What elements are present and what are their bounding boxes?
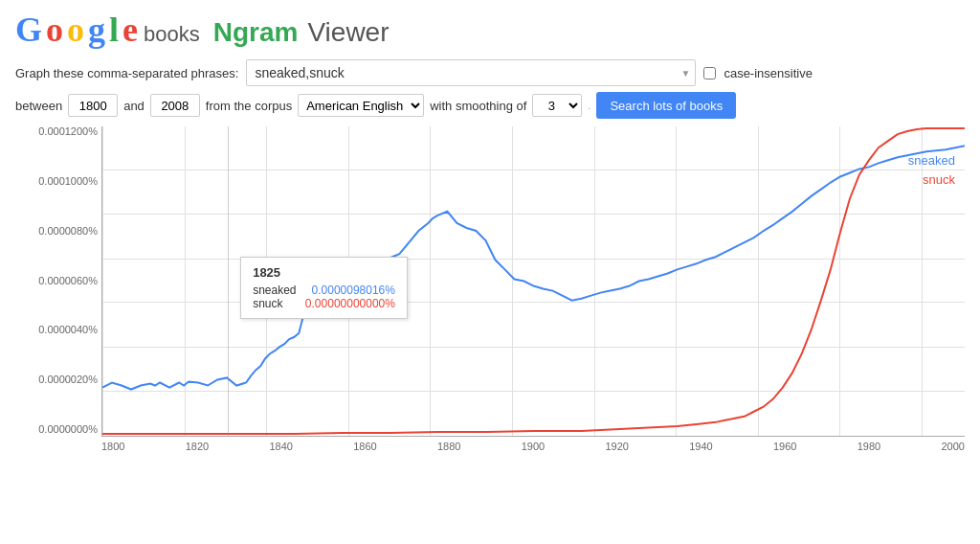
header: Google books Ngram Viewer xyxy=(0,0,980,56)
search-button[interactable]: Search lots of books xyxy=(596,92,736,119)
controls-area: Graph these comma-separated phrases: ▼ c… xyxy=(0,56,980,123)
logo-g2: g xyxy=(88,10,105,50)
x-label-1880: 1880 xyxy=(437,441,460,452)
tooltip-val-sneaked: 0.0000098016% xyxy=(312,283,395,297)
smoothing-label: with smoothing of xyxy=(430,99,526,113)
y-label-3: 0.0000060% xyxy=(15,276,101,286)
between-label: between xyxy=(15,99,62,113)
year-start-input[interactable] xyxy=(68,94,118,117)
legend-snuck: snuck xyxy=(923,172,955,187)
tooltip: 1825 sneaked 0.0000098016% snuck 0.00000… xyxy=(240,257,408,319)
y-label-4: 0.0000080% xyxy=(15,226,101,237)
logo-e: e xyxy=(122,10,138,50)
year-end-input[interactable] xyxy=(150,94,200,117)
logo-o2: o xyxy=(67,10,84,50)
chart-area: 1825 sneaked 0.0000098016% snuck 0.00000… xyxy=(101,126,965,437)
logo-o1: o xyxy=(46,10,63,50)
graph-label: Graph these comma-separated phrases: xyxy=(15,66,238,80)
and-label: and xyxy=(123,99,145,113)
x-label-1860: 1860 xyxy=(353,441,376,452)
controls-row2: between and from the corpus American Eng… xyxy=(15,92,965,119)
tooltip-row-snuck: snuck 0.00000000000% xyxy=(253,297,395,310)
x-label-1900: 1900 xyxy=(522,441,545,452)
x-label-1980: 1980 xyxy=(858,441,880,452)
tooltip-word-snuck: snuck xyxy=(253,297,282,310)
y-axis: 0.0000000% 0.0000020% 0.0000040% 0.00000… xyxy=(15,126,101,437)
logo-l: l xyxy=(109,10,119,50)
x-label-1940: 1940 xyxy=(689,441,712,452)
corpus-label: from the corpus xyxy=(206,99,292,113)
case-label: case-insensitive xyxy=(724,66,813,80)
tooltip-line xyxy=(228,126,229,436)
x-axis: 1800 1820 1840 1860 1880 1900 1920 1940 … xyxy=(101,437,965,471)
y-label-0: 0.0000000% xyxy=(15,424,101,435)
logo-g: G xyxy=(15,10,42,50)
logo-viewer: Viewer xyxy=(307,17,389,48)
x-label-2000: 2000 xyxy=(942,441,965,452)
x-label-1920: 1920 xyxy=(606,441,629,452)
smoothing-select[interactable]: 3 xyxy=(532,94,582,117)
phrase-input[interactable] xyxy=(246,59,696,86)
y-label-6: 0.0001200% xyxy=(15,126,101,137)
tooltip-val-snuck: 0.00000000000% xyxy=(305,297,395,310)
x-label-1820: 1820 xyxy=(186,441,209,452)
tooltip-row-sneaked: sneaked 0.0000098016% xyxy=(253,283,395,297)
controls-row1: Graph these comma-separated phrases: ▼ c… xyxy=(15,59,965,86)
y-label-2: 0.0000040% xyxy=(15,325,101,335)
chart-svg xyxy=(102,126,965,436)
y-label-1: 0.0000020% xyxy=(15,374,101,385)
logo-books: books xyxy=(144,22,200,47)
tooltip-word-sneaked: sneaked xyxy=(253,283,296,297)
smoothing-dot: . xyxy=(588,100,590,111)
x-label-1800: 1800 xyxy=(101,441,124,452)
phrase-input-wrapper: ▼ xyxy=(246,59,696,86)
x-label-1960: 1960 xyxy=(773,441,796,452)
legend-sneaked: sneaked xyxy=(908,153,955,168)
tooltip-year: 1825 xyxy=(253,265,395,280)
x-label-1840: 1840 xyxy=(270,441,293,452)
corpus-select[interactable]: American English xyxy=(298,94,424,117)
case-insensitive-checkbox[interactable] xyxy=(703,67,716,79)
chart-container: 0.0000000% 0.0000020% 0.0000040% 0.00000… xyxy=(15,126,965,471)
logo-ngram: Ngram xyxy=(213,17,299,48)
y-label-5: 0.0001000% xyxy=(15,176,101,187)
